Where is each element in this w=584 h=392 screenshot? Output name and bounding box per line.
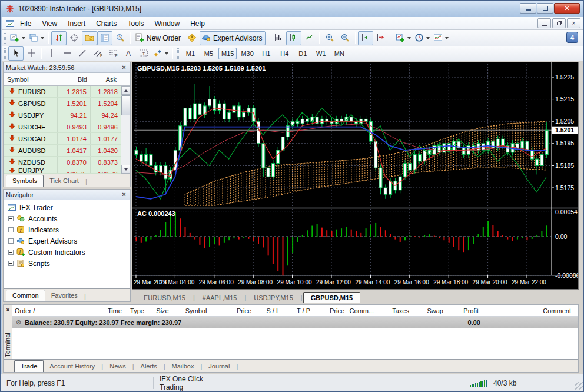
- column-header-taxes[interactable]: Taxes: [376, 307, 412, 314]
- new-chart-button[interactable]: [8, 31, 27, 45]
- navigator-header[interactable]: Navigator ×: [4, 190, 130, 200]
- minimize-button[interactable]: [520, 3, 536, 14]
- scroll-down-icon[interactable]: [121, 165, 130, 174]
- column-header-order[interactable]: Order /: [12, 307, 89, 314]
- maximize-button[interactable]: [537, 3, 553, 14]
- zoom-in-button[interactable]: [322, 31, 337, 45]
- expand-plus-icon[interactable]: [8, 238, 14, 244]
- crosshair-tool-button[interactable]: [24, 46, 39, 61]
- notifications-badge[interactable]: 4: [566, 32, 578, 43]
- text-label-tool-button[interactable]: T: [136, 46, 151, 61]
- close-button[interactable]: ✕: [554, 3, 580, 14]
- market-watch-toggle-button[interactable]: [51, 31, 67, 45]
- chevron-down-icon[interactable]: [426, 37, 430, 39]
- column-header-swap[interactable]: Swap: [412, 307, 446, 314]
- column-header-size[interactable]: Size: [150, 307, 175, 314]
- navigator-close-icon[interactable]: ×: [120, 191, 128, 198]
- timeframe-m1[interactable]: M1: [182, 48, 199, 59]
- terminal-tab-account-history[interactable]: Account History: [44, 361, 101, 372]
- menu-tools[interactable]: Tools: [122, 18, 150, 29]
- market-watch-scrollbar[interactable]: [121, 86, 130, 174]
- terminal-tab-journal[interactable]: Journal: [203, 361, 235, 372]
- timeframe-h4[interactable]: H4: [276, 48, 293, 59]
- tab-favorites[interactable]: Favorites: [45, 291, 84, 301]
- expand-plus-icon[interactable]: [8, 250, 14, 255]
- chart-tab-eurusd-m15[interactable]: EURUSD,M15: [137, 293, 193, 303]
- column-header-tp[interactable]: T / P: [282, 307, 313, 314]
- fibonacci-tool-button[interactable]: F: [105, 46, 121, 61]
- new-order-button[interactable]: New Order: [133, 31, 184, 45]
- tree-item-expert-advisors[interactable]: Expert Advisors: [4, 235, 130, 247]
- menu-view[interactable]: View: [36, 18, 62, 29]
- tree-item-accounts[interactable]: Accounts: [4, 213, 130, 224]
- chart-tab-usdjpy-m15[interactable]: USDJPY,M15: [247, 293, 300, 303]
- chart-shift-button[interactable]: [373, 31, 389, 45]
- profiles-button[interactable]: [27, 31, 46, 45]
- terminal-tab-alerts[interactable]: Alerts: [135, 361, 163, 372]
- navigator-toggle-button[interactable]: [82, 31, 97, 45]
- tree-item-indicators[interactable]: fIndicators: [4, 224, 130, 235]
- chevron-down-icon[interactable]: [22, 37, 25, 39]
- expand-plus-icon[interactable]: [8, 227, 14, 232]
- terminal-close-icon[interactable]: ×: [4, 306, 12, 314]
- timeframe-m15[interactable]: M15: [218, 48, 237, 59]
- mdi-restore-button[interactable]: [552, 18, 566, 28]
- metaquotes-alert-button[interactable]: [184, 31, 200, 45]
- timeframe-m30[interactable]: M30: [238, 48, 256, 59]
- terminal-toggle-button[interactable]: [97, 31, 112, 45]
- status-one-click[interactable]: IFX One Click Trading: [154, 377, 223, 389]
- chart-line-button[interactable]: [301, 31, 317, 45]
- expert-advisors-toggle-button[interactable]: Expert Advisors: [200, 31, 266, 45]
- timeframe-h1[interactable]: H1: [258, 48, 275, 59]
- column-header-symbol[interactable]: Symbol: [175, 307, 217, 314]
- zoom-out-button[interactable]: [337, 31, 353, 45]
- text-tool-button[interactable]: A: [121, 46, 136, 61]
- timeframe-m5[interactable]: M5: [200, 48, 217, 59]
- chart-tab--aapl-m15[interactable]: #AAPL,M15: [195, 293, 244, 303]
- chevron-down-icon[interactable]: [445, 37, 449, 39]
- column-header-type[interactable]: Type: [124, 307, 150, 314]
- mdi-close-button[interactable]: ×: [567, 18, 580, 28]
- table-row[interactable]: NZDUSD0.83700.8373: [4, 157, 130, 168]
- resize-grip[interactable]: [575, 382, 583, 390]
- column-header-sl[interactable]: S / L: [254, 307, 282, 314]
- chevron-down-icon[interactable]: [41, 37, 44, 39]
- vertical-line-tool-button[interactable]: [44, 46, 59, 61]
- menu-help[interactable]: Help: [185, 18, 210, 29]
- terminal-tab-news[interactable]: News: [104, 361, 132, 372]
- chevron-down-icon[interactable]: [165, 52, 168, 55]
- tree-item-scripts[interactable]: Scripts: [4, 258, 130, 269]
- templates-button[interactable]: [432, 31, 450, 45]
- table-row[interactable]: USDCAD1.01741.0177: [4, 133, 130, 145]
- price-chart[interactable]: GBPUSD,M15 1.5203 1.5205 1.5189 1.5201AC…: [132, 62, 578, 289]
- menu-charts[interactable]: Charts: [91, 18, 122, 29]
- scroll-up-icon[interactable]: [121, 86, 130, 95]
- tab-symbols[interactable]: Symbols: [6, 175, 44, 187]
- table-row[interactable]: GBPUSD1.52011.5204: [4, 98, 130, 109]
- expand-plus-icon[interactable]: [8, 261, 14, 266]
- column-header-price[interactable]: Price: [217, 307, 254, 314]
- timeframe-d1[interactable]: D1: [294, 48, 311, 59]
- column-header-profit[interactable]: Profit: [446, 307, 481, 314]
- menu-file[interactable]: File: [15, 18, 36, 29]
- table-row[interactable]: EURUSD1.28151.2818: [4, 86, 130, 98]
- strategy-tester-toggle-button[interactable]: [112, 31, 128, 45]
- menu-insert[interactable]: Insert: [62, 18, 91, 29]
- tab-common[interactable]: Common: [6, 290, 45, 301]
- scroll-thumb[interactable]: [121, 95, 130, 115]
- column-header-time[interactable]: Time: [89, 307, 124, 314]
- table-row[interactable]: AUDUSD1.04171.0420: [4, 145, 130, 157]
- tab-tick-chart[interactable]: Tick Chart: [44, 176, 85, 187]
- terminal-tab-mailbox[interactable]: Mailbox: [166, 361, 200, 372]
- mdi-minimize-button[interactable]: [537, 18, 551, 28]
- arrows-tool-button[interactable]: [151, 46, 170, 61]
- cursor-tool-button[interactable]: [8, 46, 24, 61]
- market-watch-close-icon[interactable]: ×: [120, 64, 128, 71]
- timeframe-w1[interactable]: W1: [313, 48, 330, 59]
- column-bid[interactable]: Bid: [58, 76, 91, 83]
- chart-bars-button[interactable]: [271, 31, 286, 45]
- expand-plus-icon[interactable]: [8, 216, 14, 221]
- horizontal-line-tool-button[interactable]: [59, 46, 75, 61]
- column-header-comm[interactable]: Comm...: [347, 307, 376, 314]
- table-row[interactable]: USDCHF0.94930.9496: [4, 121, 130, 133]
